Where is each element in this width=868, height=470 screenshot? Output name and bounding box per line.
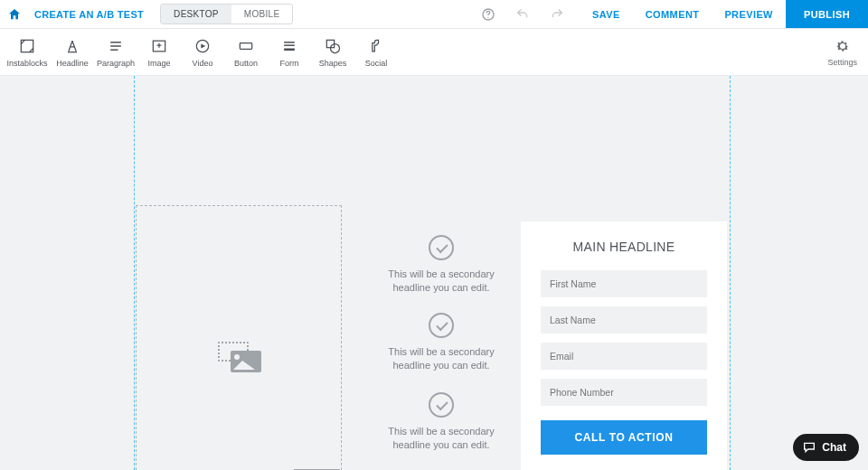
- last-name-field[interactable]: [541, 306, 707, 334]
- tool-label: Video: [193, 59, 213, 68]
- tool-label: Social: [365, 59, 388, 68]
- check-circle-icon: [429, 235, 454, 260]
- social-icon: [367, 37, 385, 55]
- preview-button[interactable]: PREVIEW: [712, 0, 786, 28]
- element-toolbar: Instablocks Headline Paragraph Image Vid…: [0, 29, 868, 76]
- create-ab-test-link[interactable]: CREATE AN A/B TEST: [34, 9, 144, 20]
- device-desktop-tab[interactable]: DESKTOP: [161, 5, 231, 24]
- tool-label: Shapes: [319, 59, 347, 68]
- phone-field[interactable]: [541, 379, 707, 406]
- help-icon[interactable]: [476, 3, 500, 26]
- image-dropzone[interactable]: 335x455: [136, 205, 342, 470]
- tool-label: Button: [234, 59, 258, 68]
- canvas-area[interactable]: 335x455 This will be a secondary headlin…: [0, 76, 868, 470]
- tool-label: Settings: [827, 58, 857, 67]
- tool-instablocks[interactable]: Instablocks: [4, 37, 51, 68]
- svg-point-17: [331, 43, 340, 52]
- top-bar: CREATE AN A/B TEST DESKTOP MOBILE SAVE C…: [0, 0, 868, 29]
- form-card[interactable]: MAIN HEADLINE CALL TO ACTION: [521, 221, 727, 470]
- chat-icon: [802, 440, 816, 455]
- tool-label: Image: [147, 59, 170, 68]
- svg-rect-12: [240, 42, 251, 49]
- svg-marker-11: [201, 43, 205, 48]
- first-name-field[interactable]: [541, 270, 707, 297]
- image-icon: [150, 37, 168, 55]
- tool-headline[interactable]: Headline: [51, 37, 94, 68]
- cta-button[interactable]: CALL TO ACTION: [541, 420, 707, 455]
- tool-label: Paragraph: [97, 59, 135, 68]
- feature-block-3[interactable]: This will be a secondary headline you ca…: [378, 392, 505, 452]
- check-circle-icon: [429, 392, 454, 418]
- tool-video[interactable]: Video: [181, 37, 224, 68]
- email-field[interactable]: [541, 343, 707, 370]
- tool-image[interactable]: Image: [137, 37, 181, 68]
- publish-button[interactable]: PUBLISH: [786, 0, 868, 28]
- guide-left: [134, 76, 135, 470]
- tool-social[interactable]: Social: [354, 37, 398, 68]
- instablocks-icon: [18, 37, 36, 55]
- form-headline: MAIN HEADLINE: [541, 240, 707, 254]
- chat-widget[interactable]: Chat: [793, 434, 859, 461]
- tool-label: Instablocks: [6, 59, 47, 68]
- feature-text: This will be a secondary headline you ca…: [378, 345, 505, 372]
- redo-icon[interactable]: [545, 3, 569, 26]
- tool-form[interactable]: Form: [268, 37, 311, 68]
- tool-label: Form: [280, 59, 299, 68]
- shapes-icon: [324, 37, 342, 55]
- guide-right: [730, 76, 731, 470]
- tool-settings[interactable]: Settings: [827, 38, 857, 67]
- feature-text: This will be a secondary headline you ca…: [378, 268, 505, 295]
- form-icon: [280, 37, 298, 55]
- feature-text: This will be a secondary headline you ca…: [378, 425, 505, 452]
- comment-button[interactable]: COMMENT: [633, 0, 712, 28]
- feature-block-1[interactable]: This will be a secondary headline you ca…: [378, 235, 505, 295]
- check-circle-icon: [429, 313, 454, 338]
- image-placeholder-icon: [218, 342, 259, 374]
- save-button[interactable]: SAVE: [580, 0, 633, 28]
- paragraph-icon: [107, 37, 125, 55]
- button-icon: [237, 37, 255, 55]
- headline-icon: [63, 37, 81, 55]
- device-segmented-control: DESKTOP MOBILE: [160, 4, 293, 24]
- feature-block-2[interactable]: This will be a secondary headline you ca…: [378, 313, 505, 372]
- undo-icon[interactable]: [511, 3, 534, 26]
- gear-icon: [835, 38, 851, 54]
- svg-point-1: [487, 16, 488, 17]
- tool-label: Headline: [56, 59, 89, 68]
- tool-paragraph[interactable]: Paragraph: [94, 37, 137, 68]
- home-icon[interactable]: [7, 7, 22, 22]
- svg-rect-15: [284, 48, 295, 51]
- device-mobile-tab[interactable]: MOBILE: [231, 5, 293, 24]
- topbar-right-group: SAVE COMMENT PREVIEW PUBLISH: [476, 0, 868, 28]
- video-icon: [193, 37, 212, 55]
- tool-button[interactable]: Button: [224, 37, 268, 68]
- tool-shapes[interactable]: Shapes: [311, 37, 354, 68]
- chat-label: Chat: [822, 441, 846, 454]
